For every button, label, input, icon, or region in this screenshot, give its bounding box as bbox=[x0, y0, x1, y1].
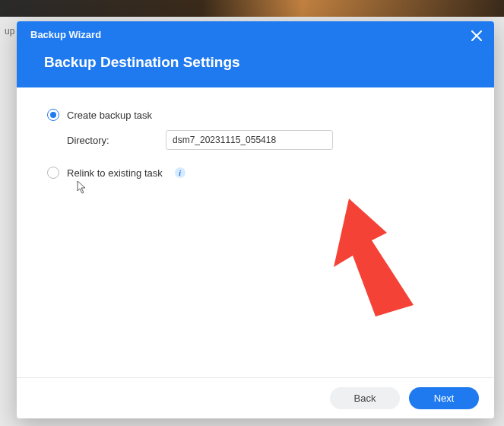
modal-footer: Back Next bbox=[17, 377, 494, 418]
directory-row: Directory: bbox=[67, 130, 464, 150]
radio-relink-existing-task[interactable]: Relink to existing task i bbox=[47, 167, 464, 179]
radio-icon bbox=[47, 167, 59, 179]
close-icon bbox=[471, 30, 482, 41]
annotation-arrow-icon bbox=[322, 199, 444, 320]
radio-icon bbox=[47, 109, 59, 121]
radio-label: Relink to existing task bbox=[67, 167, 163, 179]
page-heading: Backup Destination Settings bbox=[44, 54, 480, 71]
modal-header: Backup Wizard Backup Destination Setting… bbox=[17, 21, 494, 87]
directory-label: Directory: bbox=[67, 135, 166, 146]
backup-wizard-modal: Backup Wizard Backup Destination Setting… bbox=[17, 21, 494, 418]
radio-label: Create backup task bbox=[67, 110, 152, 121]
back-button[interactable]: Back bbox=[330, 387, 400, 409]
modal-body: Create backup task Directory: Relink to … bbox=[17, 87, 494, 377]
directory-input[interactable] bbox=[166, 130, 333, 150]
modal-title: Backup Wizard bbox=[30, 29, 480, 40]
radio-create-backup-task[interactable]: Create backup task bbox=[47, 109, 464, 121]
mouse-cursor-icon bbox=[76, 180, 90, 194]
backdrop-image bbox=[0, 0, 504, 17]
close-button[interactable] bbox=[470, 29, 483, 43]
info-icon[interactable]: i bbox=[175, 167, 185, 178]
next-button[interactable]: Next bbox=[409, 387, 479, 409]
